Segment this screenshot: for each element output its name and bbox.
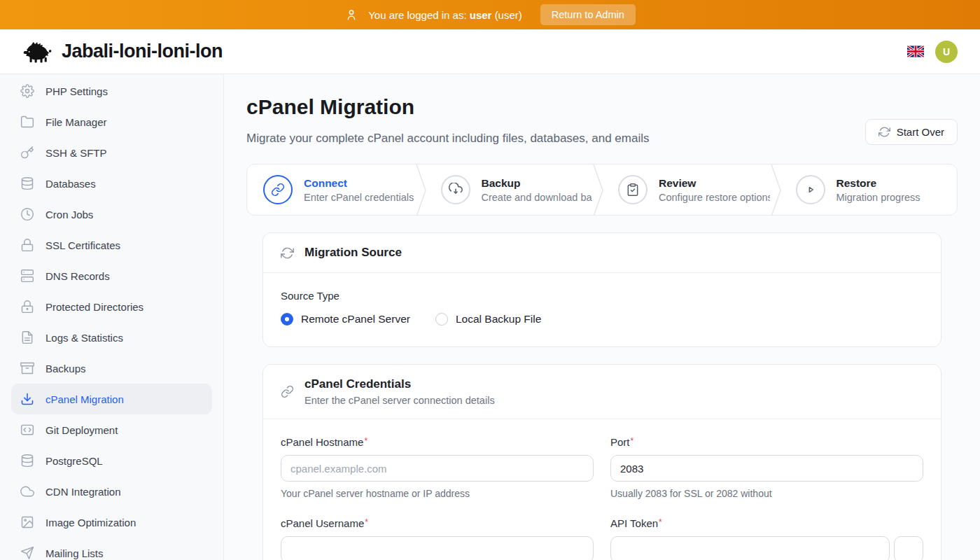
sidebar-item-ssl-certificates[interactable]: SSL Certificates	[11, 230, 212, 260]
step-review[interactable]: Review Configure restore options	[602, 164, 780, 215]
required-asterisk: *	[659, 517, 662, 527]
avatar[interactable]: U	[935, 41, 958, 63]
cpanel-credentials-card: cPanel Credentials Enter the cPanel serv…	[262, 364, 941, 560]
document-icon	[20, 330, 34, 344]
sidebar-item-logs-statistics[interactable]: Logs & Statistics	[11, 322, 212, 353]
page-head-text: cPanel Migration Migrate your complete c…	[246, 95, 650, 148]
port-help: Usually 2083 for SSL or 2082 without	[610, 488, 923, 499]
step-title: Connect	[304, 177, 414, 190]
step-title: Restore	[836, 177, 920, 190]
page-title: cPanel Migration	[246, 95, 650, 119]
required-asterisk: *	[631, 436, 634, 446]
username-label: cPanel Username	[281, 517, 364, 529]
credentials-header: cPanel Credentials Enter the cPanel serv…	[263, 365, 941, 419]
step-subtitle: Create and download backup	[482, 192, 593, 203]
hostname-input[interactable]	[281, 455, 594, 482]
username-input[interactable]	[281, 536, 594, 560]
step-connect[interactable]: Connect Enter cPanel credentials	[247, 164, 425, 215]
required-asterisk: *	[364, 436, 368, 446]
sidebar-item-dns-records[interactable]: DNS Records	[11, 260, 212, 291]
field-port: Port* Usually 2083 for SSL or 2082 witho…	[610, 436, 923, 499]
image-icon	[20, 515, 34, 529]
sidebar-item-label: PostgreSQL	[46, 455, 103, 467]
toggle-visibility-button[interactable]	[894, 536, 923, 560]
sidebar-item-label: Logs & Statistics	[46, 332, 123, 344]
sidebar-item-label: cPanel Migration	[46, 393, 124, 405]
sidebar-item-label: Databases	[46, 178, 96, 190]
sidebar-item-label: SSL Certificates	[46, 239, 120, 251]
sidebar-item-postgresql[interactable]: PostgreSQL	[11, 445, 212, 476]
card-title: cPanel Credentials	[304, 377, 495, 391]
hostname-help: Your cPanel server hostname or IP addres…	[281, 488, 594, 499]
sidebar-item-label: CDN Integration	[46, 486, 121, 498]
api-token-group	[610, 530, 923, 560]
database-icon	[20, 176, 34, 190]
language-flag-uk-icon[interactable]	[907, 46, 924, 57]
source-type-options: Remote cPanel Server Local Backup File	[281, 313, 923, 326]
migration-source-header: Migration Source	[263, 233, 941, 273]
login-role: (user)	[495, 9, 522, 21]
sidebar-item-label: Protected Directories	[46, 301, 144, 313]
sidebar: PHP Settings File Manager SSH & SFTP Dat…	[0, 74, 224, 560]
admin-topbar: You are logged in as: user (user) Return…	[0, 0, 980, 29]
step-title: Backup	[482, 177, 593, 190]
source-type-label: Source Type	[281, 290, 923, 302]
sidebar-item-php-settings[interactable]: PHP Settings	[11, 76, 212, 106]
sidebar-item-backups[interactable]: Backups	[11, 353, 212, 384]
sidebar-item-mailing-lists[interactable]: Mailing Lists	[11, 538, 212, 560]
sidebar-item-label: DNS Records	[46, 270, 110, 282]
gear-icon	[20, 84, 34, 98]
app-root: You are logged in as: user (user) Return…	[0, 0, 980, 560]
credentials-form: cPanel Hostname* Your cPanel server host…	[281, 436, 923, 560]
brand[interactable]: Jabali-loni-loni-lon	[22, 41, 223, 63]
step-backup[interactable]: Backup Create and download backup	[425, 164, 603, 215]
boar-logo-icon	[22, 41, 53, 63]
sidebar-item-file-manager[interactable]: File Manager	[11, 106, 212, 137]
brand-name: Jabali-loni-loni-lon	[62, 41, 223, 62]
field-username: cPanel Username*	[281, 517, 594, 560]
api-token-input[interactable]	[610, 536, 890, 560]
clock-icon	[20, 207, 34, 221]
step-title: Review	[659, 177, 770, 190]
sidebar-item-label: Image Optimization	[46, 517, 136, 528]
sidebar-item-cdn-integration[interactable]: CDN Integration	[11, 476, 212, 507]
lock-icon	[20, 300, 34, 314]
play-icon	[796, 175, 825, 204]
refresh-icon	[281, 246, 294, 260]
step-restore[interactable]: Restore Migration progress	[780, 164, 958, 215]
archive-icon	[20, 361, 34, 375]
sidebar-item-label: File Manager	[46, 116, 107, 128]
sidebar-item-protected-directories[interactable]: Protected Directories	[11, 291, 212, 322]
database-icon	[20, 454, 34, 468]
download-icon	[20, 392, 34, 406]
clipboard-check-icon	[618, 175, 648, 204]
radio-unselected-icon	[435, 313, 448, 326]
send-icon	[20, 546, 34, 560]
login-status-text: You are logged in as: user (user)	[368, 9, 522, 21]
migration-stepper: Connect Enter cPanel credentials Backup …	[246, 164, 958, 216]
sidebar-item-image-optimization[interactable]: Image Optimization	[11, 507, 212, 538]
start-over-button[interactable]: Start Over	[865, 119, 958, 145]
folder-icon	[20, 115, 34, 129]
lock-icon	[20, 238, 34, 252]
field-hostname: cPanel Hostname* Your cPanel server host…	[281, 436, 594, 499]
sidebar-item-label: SSH & SFTP	[46, 147, 107, 159]
key-icon	[20, 146, 34, 160]
card-title: Migration Source	[304, 246, 402, 260]
radio-remote-cpanel-server[interactable]: Remote cPanel Server	[281, 313, 410, 326]
return-to-admin-button[interactable]: Return to Admin	[540, 4, 636, 25]
link-icon	[263, 175, 293, 204]
sidebar-item-git-deployment[interactable]: Git Deployment	[11, 414, 212, 445]
port-label: Port	[610, 436, 630, 448]
sidebar-item-databases[interactable]: Databases	[11, 168, 212, 199]
step-subtitle: Configure restore options	[659, 192, 770, 203]
login-prefix: You are logged in as:	[368, 9, 466, 21]
page-subtitle: Migrate your complete cPanel account inc…	[246, 129, 650, 148]
radio-local-backup-file[interactable]: Local Backup File	[435, 313, 541, 326]
sidebar-item-ssh-sftp[interactable]: SSH & SFTP	[11, 137, 212, 168]
credentials-body: cPanel Hostname* Your cPanel server host…	[263, 419, 941, 560]
sidebar-item-cpanel-migration[interactable]: cPanel Migration	[11, 384, 212, 414]
port-input[interactable]	[610, 455, 923, 482]
radio-label: Remote cPanel Server	[301, 313, 410, 326]
sidebar-item-cron-jobs[interactable]: Cron Jobs	[11, 199, 212, 230]
